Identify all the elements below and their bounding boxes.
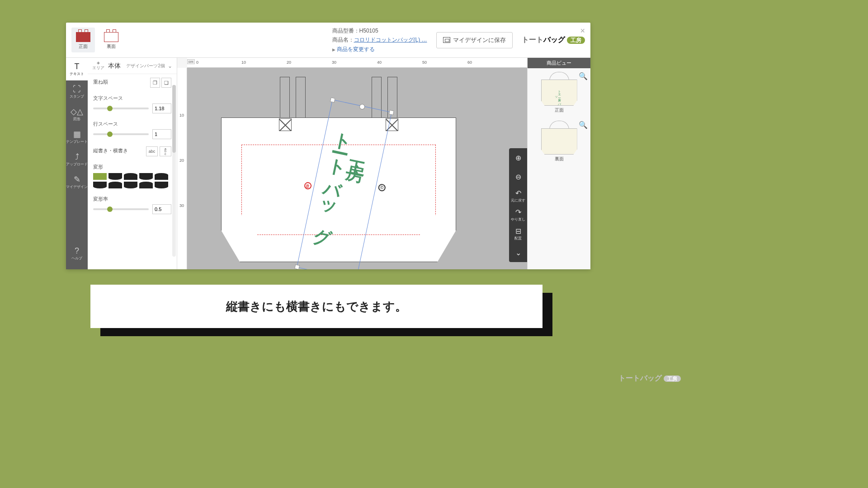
shape-icon: ◇△ xyxy=(71,108,83,116)
tab-back-label: 裏面 xyxy=(107,43,116,50)
charspace-label: 文字スペース xyxy=(93,95,171,102)
deform-shapes xyxy=(93,173,171,188)
zoom-out-icon: ⊖ xyxy=(515,173,521,181)
align-button[interactable]: ⊟配置 xyxy=(509,224,527,243)
shape-8[interactable] xyxy=(124,182,137,188)
shape-6[interactable] xyxy=(93,182,107,188)
zoom-out-button[interactable]: ⊖ xyxy=(509,167,527,186)
linespace-slider[interactable] xyxy=(93,133,149,135)
linespace-input[interactable] xyxy=(152,129,171,139)
save-design-button[interactable]: マイデザインに保存 xyxy=(436,32,513,48)
zoom-icon[interactable]: 🔍 xyxy=(579,121,588,129)
bag-back-icon xyxy=(104,30,118,42)
shape-4[interactable] xyxy=(139,173,153,180)
redo-icon: ↷ xyxy=(515,208,521,216)
parts-count: デザインパーツ2個 xyxy=(126,63,165,69)
footer-logo: トートバッグ 工房 xyxy=(618,374,681,383)
panel-header: ◈エリア 本体 デザインパーツ2個 ⌄ xyxy=(88,58,177,74)
shape-9[interactable] xyxy=(139,182,153,188)
shape-10[interactable] xyxy=(155,182,168,188)
zoom-in-icon: ⊕ xyxy=(515,154,521,162)
product-model: H50105 xyxy=(359,28,378,34)
tab-back[interactable]: 裏面 xyxy=(99,28,123,52)
redo-button[interactable]: ↷やり直し xyxy=(509,205,527,224)
tool-mydesign[interactable]: ✎マイデザイン xyxy=(66,171,88,193)
zoom-in-button[interactable]: ⊕ xyxy=(509,148,527,167)
header: 正面 裏面 商品型番：H50105 商品名：コロリドコットンバッグ(L) … 商… xyxy=(66,23,590,58)
handle-tr[interactable] xyxy=(389,110,394,115)
canvas-toolbar: ⊕ ⊖ ↶元に戻す ↷やり直し ⊟配置 ⌄ xyxy=(509,148,527,262)
charspace-input[interactable] xyxy=(152,103,171,113)
rate-input[interactable] xyxy=(152,204,171,214)
caption-text: 縦書きにも横書きにもできます。 xyxy=(90,285,542,328)
text-icon: T xyxy=(75,62,80,70)
ruler-horizontal: cm 0 10 20 30 40 50 60 xyxy=(187,58,527,68)
left-toolbar: Tテキスト ⛶スタンプ ◇△図形 ▦テンプレート ⤴アップロード ✎マイデザイン… xyxy=(66,58,88,269)
tool-template[interactable]: ▦テンプレート xyxy=(66,126,88,148)
layers-icon: ◈ xyxy=(97,61,100,65)
panel-scrollbar[interactable] xyxy=(172,85,176,257)
undo-icon: ↶ xyxy=(515,189,521,197)
direction-label: 縦書き・横書き xyxy=(93,147,128,154)
zoom-icon[interactable]: 🔍 xyxy=(579,72,588,80)
change-product-link[interactable]: 商品を変更する xyxy=(332,45,427,54)
rate-slider[interactable] xyxy=(93,208,149,210)
tab-front-label: 正面 xyxy=(79,43,88,50)
preview-title: 商品ビュー xyxy=(528,58,590,68)
tool-upload[interactable]: ⤴アップロード xyxy=(66,148,88,171)
template-icon: ▦ xyxy=(73,130,81,138)
design-canvas[interactable]: トートバッグ 工房 🗑 © xyxy=(187,68,527,269)
align-icon: ⊟ xyxy=(515,227,521,235)
shape-flat[interactable] xyxy=(93,173,107,180)
preview-front[interactable]: 🔍 トエ ー房 トバ ッ 正面 xyxy=(528,68,590,117)
properties-panel: ◈エリア 本体 デザインパーツ2個 ⌄ 重ね順 ❐ ❏ 文字スペース 行スペース… xyxy=(88,58,177,269)
ruler-unit: cm xyxy=(187,59,195,64)
bag-front-icon xyxy=(76,30,90,42)
rate-label: 変形率 xyxy=(93,196,171,202)
preview-back[interactable]: 🔍 裏面 xyxy=(528,117,590,166)
panel-title: 本体 xyxy=(108,62,126,70)
tool-shape[interactable]: ◇△図形 xyxy=(66,103,88,126)
more-button[interactable]: ⌄ xyxy=(509,243,527,262)
charspace-slider[interactable] xyxy=(93,108,149,109)
product-info: 商品型番：H50105 商品名：コロリドコットンバッグ(L) … 商品を変更する xyxy=(332,26,427,54)
tab-front[interactable]: 正面 xyxy=(71,28,95,52)
handle-tl[interactable] xyxy=(330,97,335,103)
undo-button[interactable]: ↶元に戻す xyxy=(509,186,527,205)
help-icon: ? xyxy=(75,247,79,255)
workspace: Tテキスト ⛶スタンプ ◇△図形 ▦テンプレート ⤴アップロード ✎マイデザイン… xyxy=(66,58,590,269)
linespace-label: 行スペース xyxy=(93,121,171,127)
canvas-area: cm 0 10 20 30 40 50 60 10 20 30 トートバッグ 工… xyxy=(177,58,527,269)
mydesign-icon: ✎ xyxy=(74,175,80,183)
product-name-link[interactable]: コロリドコットンバッグ(L) … xyxy=(354,37,427,43)
shape-2[interactable] xyxy=(108,173,122,180)
upload-icon: ⤴ xyxy=(75,153,79,161)
save-icon xyxy=(443,37,450,43)
close-icon[interactable]: × xyxy=(580,26,585,36)
preview-panel: 商品ビュー 🔍 トエ ー房 トバ ッ 正面 🔍 裏面 xyxy=(527,58,590,269)
chevron-down-icon[interactable]: ⌄ xyxy=(168,63,172,69)
shape-5[interactable] xyxy=(155,173,168,180)
app-window: × 正面 裏面 商品型番：H50105 商品名：コロリドコットンバッグ(L) …… xyxy=(66,23,590,269)
tool-help[interactable]: ?ヘルプ xyxy=(66,242,88,265)
caption-block: 縦書きにも横書きにもできます。 xyxy=(90,285,542,328)
horizontal-button[interactable]: abc xyxy=(146,146,158,156)
stamp-icon: ⛶ xyxy=(73,85,81,93)
rotate-handle[interactable] xyxy=(359,103,365,110)
tool-stamp[interactable]: ⛶スタンプ xyxy=(66,80,88,103)
deform-label: 変形 xyxy=(93,164,171,170)
ruler-vertical: 10 20 30 xyxy=(177,68,187,269)
chevron-down-icon: ⌄ xyxy=(515,249,521,257)
send-back-button[interactable]: ❏ xyxy=(161,78,171,88)
shape-3[interactable] xyxy=(124,173,137,180)
bring-front-button[interactable]: ❐ xyxy=(150,78,160,88)
brand-logo: トートバッグ 工房 xyxy=(522,35,585,45)
order-label: 重ね順 xyxy=(93,79,108,85)
shape-7[interactable] xyxy=(108,182,122,188)
tool-text[interactable]: Tテキスト xyxy=(66,58,88,80)
handle-bl[interactable] xyxy=(294,264,300,269)
bag-outline: トートバッグ 工房 🗑 © xyxy=(221,95,456,262)
vertical-button[interactable]: abc xyxy=(160,146,171,156)
